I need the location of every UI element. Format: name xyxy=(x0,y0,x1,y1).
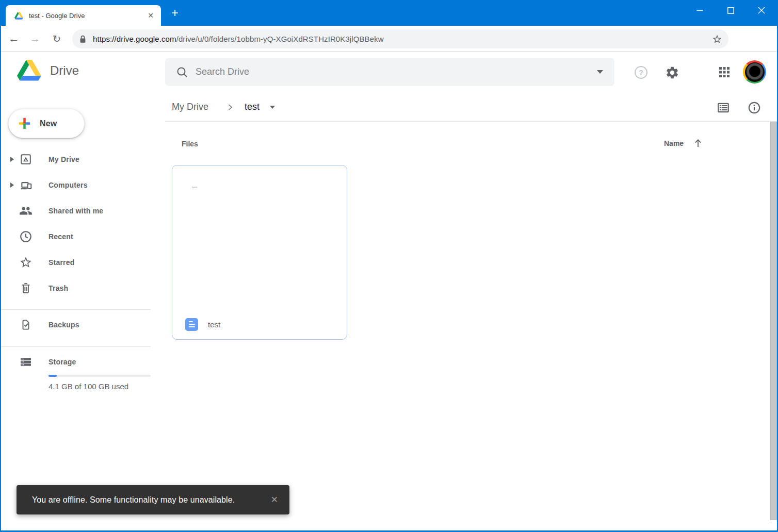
sidebar-item-label: Trash xyxy=(48,284,68,292)
tab-close-icon[interactable]: ✕ xyxy=(145,11,156,20)
sort-ascending-arrow-icon[interactable] xyxy=(693,138,703,148)
my-drive-icon xyxy=(19,153,33,166)
reload-icon[interactable]: ↻ xyxy=(48,26,66,52)
toast-message: You are offline. Some functionality may … xyxy=(32,495,266,505)
info-icon[interactable] xyxy=(748,101,761,114)
storage-usage-text: 4.1 GB of 100 GB used xyxy=(48,382,128,391)
sidebar-item-computers[interactable]: Computers xyxy=(0,172,151,198)
new-button[interactable]: New xyxy=(8,109,85,138)
avatar-photo xyxy=(745,62,765,82)
url-path: /drive/u/0/folders/1obbm-yQ-XGoiXdRSTHzI… xyxy=(176,35,384,43)
url-domain: https://drive.google.com xyxy=(93,35,176,43)
close-icon xyxy=(758,7,765,14)
sort-label[interactable]: Name xyxy=(664,139,684,147)
drive-logo[interactable]: Drive xyxy=(17,60,79,81)
offline-toast: You are offline. Some functionality may … xyxy=(17,485,289,514)
browser-tab[interactable]: test - Google Drive ✕ xyxy=(6,5,161,26)
google-apps-grid-icon[interactable] xyxy=(718,66,731,78)
lock-icon xyxy=(79,35,86,43)
titlebar: test - Google Drive ✕ + xyxy=(0,0,778,26)
file-card-footer: test xyxy=(172,309,347,339)
expand-arrow-icon[interactable] xyxy=(10,182,14,188)
sidebar-item-storage[interactable]: Storage xyxy=(0,349,151,375)
close-button[interactable] xyxy=(746,0,777,21)
sidebar-item-label: Recent xyxy=(48,232,73,241)
drive-favicon-icon xyxy=(14,12,23,20)
forward-icon[interactable]: → xyxy=(26,26,44,52)
browser-window: test - Google Drive ✕ + ← → ↻ xyxy=(0,0,778,532)
expand-arrow-icon[interactable] xyxy=(10,157,14,162)
drive-logo-icon xyxy=(17,60,41,81)
storage-progress-bar xyxy=(48,375,151,377)
sidebar-item-shared-with-me[interactable]: Shared with me xyxy=(0,198,151,224)
maximize-icon xyxy=(727,7,734,14)
account-avatar[interactable] xyxy=(743,60,766,84)
breadcrumb-bar: My Drive test xyxy=(165,93,778,122)
sidebar-divider xyxy=(0,309,151,310)
search-options-caret-icon[interactable] xyxy=(597,70,603,74)
product-name: Drive xyxy=(50,63,79,78)
window-controls xyxy=(684,0,777,21)
search-icon xyxy=(176,66,188,78)
sidebar-item-label: Backups xyxy=(48,321,79,329)
search-bar[interactable] xyxy=(165,58,614,86)
sidebar-item-label: Computers xyxy=(48,181,88,189)
new-tab-button[interactable]: + xyxy=(168,7,182,20)
settings-gear-icon[interactable] xyxy=(665,65,679,80)
sidebar-item-label: My Drive xyxy=(48,155,79,163)
folder-menu-caret-icon[interactable] xyxy=(270,93,275,121)
sort-control[interactable]: Name xyxy=(664,138,703,148)
help-icon[interactable]: ? xyxy=(635,66,647,79)
bookmark-star-icon[interactable] xyxy=(712,34,722,44)
files-section-label: Files xyxy=(182,140,198,148)
file-name: test xyxy=(208,320,220,329)
search-input[interactable] xyxy=(196,66,597,77)
scrollbar-thumb[interactable] xyxy=(770,122,777,520)
sidebar-item-recent[interactable]: Recent xyxy=(0,224,151,250)
sidebar-item-trash[interactable]: Trash xyxy=(0,275,151,301)
sidebar-divider xyxy=(0,346,151,347)
breadcrumb-my-drive[interactable]: My Drive xyxy=(172,93,208,121)
sidebar-item-starred[interactable]: Starred xyxy=(0,250,151,275)
window-border xyxy=(0,0,1,532)
toast-close-icon[interactable]: ✕ xyxy=(266,494,278,505)
file-preview-text: test xyxy=(192,186,198,189)
url-text: https://drive.google.com/drive/u/0/folde… xyxy=(93,35,712,43)
star-icon xyxy=(19,256,33,269)
storage-icon xyxy=(19,355,33,369)
minimize-button[interactable] xyxy=(684,0,715,21)
sidebar-item-label: Starred xyxy=(48,258,74,267)
sidebar-item-label: Storage xyxy=(48,358,76,366)
breadcrumb-current-folder[interactable]: test xyxy=(245,93,260,121)
sidebar-item-my-drive[interactable]: My Drive xyxy=(0,146,151,172)
back-icon[interactable]: ← xyxy=(5,26,23,52)
sidebar-item-backups[interactable]: Backups xyxy=(0,312,151,338)
trash-icon xyxy=(19,281,33,295)
google-doc-icon xyxy=(185,318,198,331)
file-card[interactable]: test test xyxy=(172,165,347,340)
sidebar-item-label: Shared with me xyxy=(48,207,103,215)
breadcrumb-chevron-icon xyxy=(226,93,234,121)
storage-progress-fill xyxy=(48,375,57,377)
browser-toolbar: ← → ↻ https://drive.google.com/drive/u/0… xyxy=(0,26,778,52)
new-plus-icon xyxy=(18,117,31,130)
list-view-icon[interactable] xyxy=(717,101,730,114)
shared-people-icon xyxy=(19,204,33,218)
tab-title: test - Google Drive xyxy=(29,12,145,20)
clock-icon xyxy=(19,230,33,243)
minimize-icon xyxy=(696,7,703,14)
backups-phone-check-icon xyxy=(19,318,33,331)
new-button-label: New xyxy=(40,119,57,128)
maximize-button[interactable] xyxy=(715,0,746,21)
computers-icon xyxy=(19,178,33,192)
address-bar[interactable]: https://drive.google.com/drive/u/0/folde… xyxy=(72,29,728,48)
